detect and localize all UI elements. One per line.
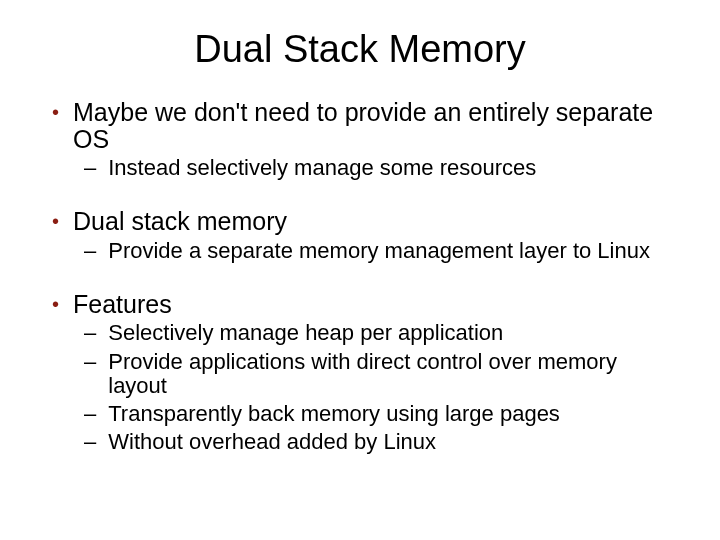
- bullet-level2: – Instead selectively manage some resour…: [50, 156, 670, 180]
- bullet-level1: • Features: [50, 291, 670, 318]
- bullet-dot-icon: •: [52, 99, 59, 125]
- bullet-text: Provide applications with direct control…: [108, 350, 670, 398]
- bullet-level2: – Provide a separate memory management l…: [50, 239, 670, 263]
- slide: Dual Stack Memory • Maybe we don't need …: [0, 0, 720, 540]
- bullet-list: • Maybe we don't need to provide an enti…: [50, 99, 670, 454]
- bullet-level2: – Provide applications with direct contr…: [50, 350, 670, 398]
- bullet-text: Provide a separate memory management lay…: [108, 239, 670, 263]
- bullet-dash-icon: –: [84, 321, 96, 345]
- bullet-level1: • Maybe we don't need to provide an enti…: [50, 99, 670, 152]
- bullet-text: Maybe we don't need to provide an entire…: [73, 99, 670, 152]
- bullet-group: • Maybe we don't need to provide an enti…: [50, 99, 670, 180]
- bullet-text: Without overhead added by Linux: [108, 430, 670, 454]
- bullet-dot-icon: •: [52, 208, 59, 234]
- bullet-dash-icon: –: [84, 239, 96, 263]
- bullet-dash-icon: –: [84, 156, 96, 180]
- bullet-dot-icon: •: [52, 291, 59, 317]
- bullet-text: Features: [73, 291, 670, 318]
- bullet-level2: – Selectively manage heap per applicatio…: [50, 321, 670, 345]
- slide-title: Dual Stack Memory: [50, 28, 670, 71]
- bullet-level2: – Transparently back memory using large …: [50, 402, 670, 426]
- bullet-level2: – Without overhead added by Linux: [50, 430, 670, 454]
- bullet-dash-icon: –: [84, 350, 96, 374]
- bullet-group: • Features – Selectively manage heap per…: [50, 291, 670, 454]
- bullet-text: Transparently back memory using large pa…: [108, 402, 670, 426]
- bullet-dash-icon: –: [84, 430, 96, 454]
- bullet-dash-icon: –: [84, 402, 96, 426]
- bullet-text: Selectively manage heap per application: [108, 321, 670, 345]
- bullet-level1: • Dual stack memory: [50, 208, 670, 235]
- bullet-text: Instead selectively manage some resource…: [108, 156, 670, 180]
- bullet-text: Dual stack memory: [73, 208, 670, 235]
- bullet-group: • Dual stack memory – Provide a separate…: [50, 208, 670, 263]
